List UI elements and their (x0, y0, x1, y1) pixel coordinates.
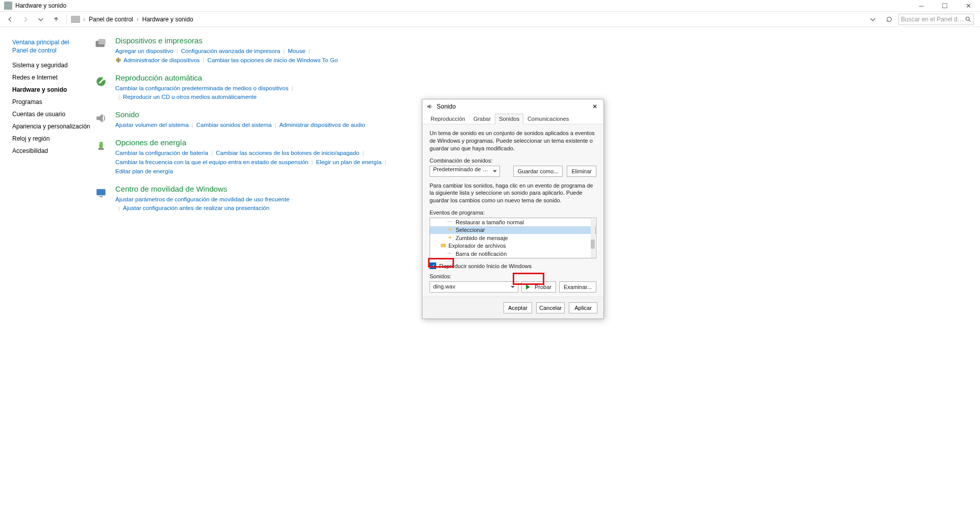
category-link[interactable]: Mouse (288, 48, 306, 54)
forward-button[interactable] (18, 13, 33, 26)
dialog-tab[interactable]: Reproducción (426, 114, 469, 124)
dialog-titlebar[interactable]: Sonido ✕ (422, 99, 604, 114)
category-title[interactable]: Dispositivos e impresoras (115, 36, 338, 45)
dialog-tab[interactable]: Sonidos (495, 114, 523, 124)
play-startup-checkbox[interactable]: ✓ Reproducir sonido Inicio de Windows (430, 262, 596, 269)
event-item[interactable]: Zumbido de mensaje (430, 234, 596, 242)
category-link[interactable]: Reproducir un CD u otros medios automáti… (123, 94, 257, 100)
sidebar: Ventana principal del Panel de control S… (0, 27, 94, 526)
search-input[interactable]: Buscar en el Panel de control (898, 14, 974, 25)
nav-separator (66, 14, 67, 24)
svg-rect-2 (98, 39, 106, 45)
dialog-title: Sonido (437, 103, 590, 110)
dialog-tab[interactable]: Grabar (469, 114, 495, 124)
dialog-tabs: ReproducciónGrabarSonidosComunicaciones (422, 114, 604, 124)
sidebar-item[interactable]: Accesibilidad (12, 147, 94, 154)
category-link[interactable]: Administrar dispositivos de audio (279, 122, 365, 128)
sidebar-item[interactable]: Redes e Internet (12, 74, 94, 81)
dialog-tab[interactable]: Comunicaciones (523, 114, 573, 124)
category-links: Agregar un dispositivo|Configuración ava… (115, 47, 338, 65)
save-as-button[interactable]: Guardar como... (513, 166, 563, 177)
category-link[interactable]: Cambiar la frecuencia con la que el equi… (115, 159, 308, 165)
event-label: Seleccionar (456, 227, 485, 233)
search-icon (965, 16, 971, 22)
test-button[interactable]: Probar (521, 281, 556, 293)
minimize-button[interactable]: ─ (910, 0, 933, 12)
address-dropdown[interactable] (866, 13, 880, 26)
category-link[interactable]: Elegir un plan de energía (316, 159, 382, 165)
breadcrumb[interactable]: › Panel de control › Hardware y sonido (71, 15, 865, 24)
category-row: Dispositivos e impresorasAgregar un disp… (94, 36, 980, 65)
event-item[interactable]: Explorador de archivos (430, 242, 596, 250)
speaker-small-icon (447, 226, 454, 233)
close-button[interactable]: ✕ (957, 0, 980, 12)
category-icon (94, 111, 108, 125)
sidebar-item[interactable]: Hardware y sonido (12, 86, 94, 93)
recent-dropdown[interactable] (34, 13, 48, 26)
category-title[interactable]: Opciones de energía (115, 138, 389, 147)
svg-rect-6 (98, 148, 104, 150)
category-link[interactable]: Agregar un dispositivo (115, 48, 173, 54)
titlebar: Hardware y sonido ─ ☐ ✕ (0, 0, 980, 12)
category-title[interactable]: Reproducción automática (115, 73, 296, 82)
category-link[interactable]: Cambiar la configuración predeterminada … (115, 85, 288, 91)
navbar: › Panel de control › Hardware y sonido B… (0, 12, 980, 27)
tree-line-icon (447, 219, 454, 226)
search-placeholder: Buscar en el Panel de control (901, 16, 965, 23)
category-link[interactable]: Cambiar las acciones de los botones de i… (216, 150, 359, 156)
sidebar-item[interactable]: Apariencia y personalización (12, 123, 94, 130)
category-title[interactable]: Sonido (115, 110, 365, 119)
event-item[interactable]: Seleccionar (430, 226, 596, 234)
cancel-button[interactable]: Cancelar (536, 302, 565, 313)
sound-file-select[interactable]: ding.wav (430, 281, 518, 293)
category-icon (94, 37, 108, 51)
back-button[interactable] (3, 13, 17, 26)
category-link[interactable]: Cambiar la configuración de batería (115, 150, 208, 156)
ok-button[interactable]: Aceptar (504, 302, 532, 313)
category-icon (94, 139, 108, 153)
apply-button[interactable]: Aplicar (569, 302, 597, 313)
refresh-button[interactable] (882, 13, 896, 26)
control-panel-icon (4, 2, 12, 10)
svg-point-0 (966, 17, 969, 20)
scrollbar[interactable] (591, 219, 595, 258)
category-link[interactable]: Ajustar configuración antes de realizar … (123, 205, 269, 211)
event-label: Restaurar a tamaño normal (456, 219, 524, 225)
event-item[interactable]: Restaurar a tamaño normal (430, 218, 596, 226)
event-item[interactable]: Completar navegación (430, 258, 596, 259)
category-link[interactable]: Cambiar sonidos del sistema (196, 122, 272, 128)
sounds-label: Sonidos: (430, 273, 596, 279)
crumb-hardware-sonido[interactable]: Hardware y sonido (142, 15, 194, 24)
delete-button[interactable]: Eliminar (567, 166, 596, 177)
tree-line-icon (447, 258, 454, 258)
event-item[interactable]: Barra de notificación (430, 250, 596, 258)
category-link[interactable]: Cambiar las opciones de inicio de Window… (208, 57, 338, 63)
chevron-right-icon: › (137, 16, 139, 23)
category-links: Ajustar volumen del sistema|Cambiar soni… (115, 121, 365, 130)
svg-point-4 (103, 77, 105, 80)
crumb-panel-control[interactable]: Panel de control (88, 15, 134, 24)
scrollbar-thumb[interactable] (591, 240, 595, 249)
category-link[interactable]: Administrador de dispositivos (123, 57, 200, 63)
maximize-button[interactable]: ☐ (933, 0, 957, 12)
sidebar-main-link[interactable]: Ventana principal del Panel de control (12, 38, 84, 55)
program-events-list[interactable]: Restaurar a tamaño normalSeleccionarZumb… (430, 218, 596, 258)
sidebar-item[interactable]: Reloj y región (12, 135, 94, 142)
up-button[interactable] (49, 13, 63, 26)
category-link[interactable]: Ajustar volumen del sistema (115, 122, 189, 128)
category-link[interactable]: Editar plan de energía (115, 168, 173, 174)
sidebar-item[interactable]: Sistema y seguridad (12, 62, 94, 69)
sidebar-item[interactable]: Cuentas de usuario (12, 111, 94, 118)
sidebar-item[interactable]: Programas (12, 98, 94, 106)
dialog-close-button[interactable]: ✕ (590, 102, 599, 111)
play-startup-label: Reproducir sonido Inicio de Windows (439, 263, 532, 269)
svg-rect-8 (99, 196, 103, 197)
chevron-right-icon: › (83, 16, 85, 23)
category-link[interactable]: Configuración avanzada de impresora (181, 48, 280, 54)
browse-button[interactable]: Examinar... (559, 281, 596, 293)
svg-rect-9 (441, 244, 446, 247)
category-link[interactable]: Ajustar parámetros de configuración de m… (115, 196, 289, 202)
event-label: Zumbido de mensaje (456, 235, 508, 241)
sound-scheme-select[interactable]: Predeterminado de Windows (modificado) (430, 166, 500, 177)
category-title[interactable]: Centro de movilidad de Windows (115, 185, 289, 193)
